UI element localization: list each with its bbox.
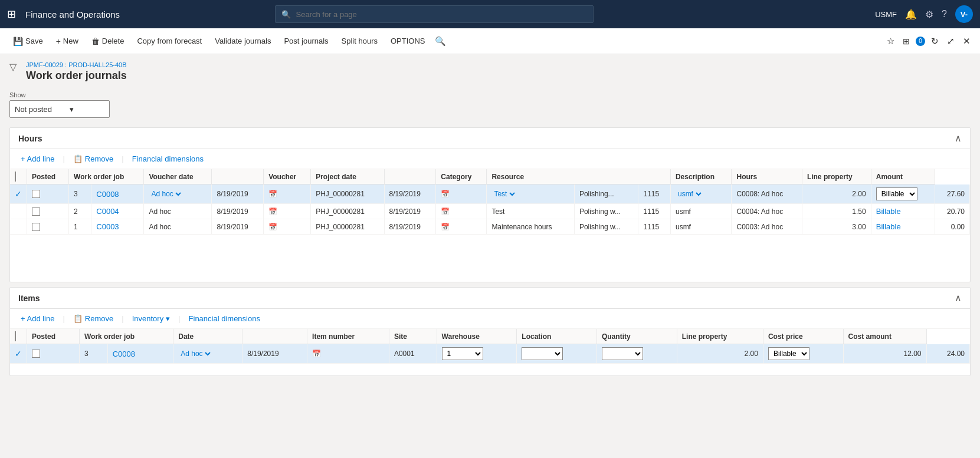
row-select-cell[interactable]: ✓	[10, 184, 27, 204]
notification-icon[interactable]: 🔔	[905, 9, 917, 20]
hours-financial-dimensions-button[interactable]: Financial dimensions	[129, 153, 207, 165]
resource-site-cell: usmf	[670, 204, 732, 219]
items-location-cell	[597, 344, 677, 364]
posted-checkbox[interactable]	[32, 223, 40, 231]
options-button[interactable]: OPTIONS	[385, 34, 431, 48]
job-type-select[interactable]: Ad hoc	[149, 189, 183, 199]
items-financial-dimensions-button[interactable]: Financial dimensions	[185, 312, 264, 325]
delete-button[interactable]: 🗑 Delete	[86, 34, 130, 49]
calendar-icon-cell[interactable]: 📅	[264, 204, 311, 219]
line-property-select[interactable]: Billable	[876, 187, 917, 200]
items-collapse-icon[interactable]: ∧	[955, 292, 962, 304]
remove-icon: 📋	[73, 154, 83, 163]
breadcrumb[interactable]: JPMF-00029 : PROD-HALL25-40B	[26, 61, 127, 68]
calendar-icon-cell[interactable]: 📅	[264, 184, 311, 204]
items-col-site: Site	[389, 329, 437, 344]
col-work-order-job: Work order job	[69, 169, 144, 184]
items-warehouse-select[interactable]	[522, 347, 563, 360]
check-all-items[interactable]	[15, 331, 16, 341]
search-input[interactable]	[296, 10, 587, 19]
posted-checkbox[interactable]	[32, 207, 40, 216]
row-select-cell[interactable]	[10, 219, 27, 235]
new-button[interactable]: + New	[50, 34, 84, 49]
resource-site-select[interactable]: usmf	[676, 189, 703, 199]
help-icon[interactable]: ?	[942, 9, 947, 19]
grid-icon[interactable]: ⊞	[7, 8, 16, 21]
items-cal-icon-cell[interactable]: 📅	[307, 344, 389, 364]
line-property-link[interactable]: Billable	[876, 207, 901, 216]
avatar[interactable]: V-	[955, 5, 973, 23]
items-posted-cell	[27, 344, 80, 364]
job-code-link[interactable]: C0003	[96, 222, 119, 231]
split-hours-button[interactable]: Split hours	[336, 34, 384, 48]
proj-cal-cell[interactable]: 📅	[436, 184, 487, 204]
items-job-type-select[interactable]: Ad hoc	[178, 349, 212, 358]
items-col-item-number: Item number	[307, 329, 389, 344]
job-code-link[interactable]: C0008	[96, 190, 119, 199]
check-icon: ✓	[15, 189, 22, 199]
copy-forecast-button[interactable]: Copy from forecast	[131, 34, 208, 48]
items-row-select-cell[interactable]: ✓	[10, 344, 27, 364]
items-empty-space	[10, 364, 970, 375]
items-add-line-button[interactable]: + Add line	[17, 312, 58, 325]
hours-remove-button[interactable]: 📋 Remove	[70, 153, 117, 165]
items-job-code-link[interactable]: C0008	[113, 350, 135, 358]
search-bar[interactable]: 🔍	[275, 5, 594, 23]
page-content: ▽ JPMF-00029 : PROD-HALL25-40B Work orde…	[0, 54, 980, 458]
posted-cell	[27, 184, 69, 204]
items-site-select[interactable]: 1	[442, 347, 483, 360]
app-title: Finance and Operations	[25, 9, 120, 19]
inventory-chevron-icon: ▾	[166, 314, 170, 323]
popout-icon[interactable]: ⤢	[945, 34, 957, 49]
proj-cal-cell[interactable]: 📅	[436, 219, 487, 235]
category-cell: Maintenance hours	[487, 219, 575, 235]
items-cost-amount-cell: 24.00	[926, 344, 969, 364]
description-cell: C0003: Ad hoc	[732, 219, 802, 235]
items-cost-price-cell: 12.00	[843, 344, 926, 364]
save-icon: 💾	[13, 37, 23, 46]
items-location-select[interactable]	[602, 347, 643, 360]
calendar-icon-cell[interactable]: 📅	[264, 219, 311, 235]
line-property-link[interactable]: Billable	[876, 222, 901, 231]
amount-cell: 0.00	[935, 219, 970, 235]
items-date-cell: 8/19/2019	[242, 344, 307, 364]
items-posted-checkbox[interactable]	[32, 350, 40, 358]
category-select[interactable]: Test	[491, 189, 517, 199]
hours-table-body: ✓ 3 C0008 Ad hoc 8/19/2019 📅 PHJ_0000028…	[10, 184, 970, 235]
resource-num-cell: 1115	[638, 204, 671, 219]
voucher-date-cell: 8/19/2019	[212, 204, 264, 219]
save-button[interactable]: 💾 Save	[7, 34, 49, 49]
row-select-cell[interactable]	[10, 204, 27, 219]
posted-checkbox[interactable]	[32, 190, 40, 198]
bookmark-icon[interactable]: ☆	[884, 34, 897, 49]
items-section-title: Items	[18, 294, 40, 303]
items-remove-button[interactable]: 📋 Remove	[70, 312, 117, 325]
validate-journals-button[interactable]: Validate journals	[209, 34, 277, 48]
top-navigation: ⊞ Finance and Operations 🔍 USMF 🔔 ⚙ ? V-	[0, 0, 980, 28]
hours-section-header: Hours ∧	[10, 128, 970, 149]
items-inventory-button[interactable]: Inventory ▾	[129, 312, 173, 325]
show-dropdown[interactable]: Not posted ▾	[9, 100, 110, 118]
resource-cell: Polishing...	[574, 184, 638, 204]
posted-cell	[27, 204, 69, 219]
col-project-date: Project date	[311, 169, 384, 184]
filter-icon[interactable]: ▽	[9, 61, 17, 73]
post-journals-button[interactable]: Post journals	[278, 34, 334, 48]
hours-header-row: Posted Work order job Voucher date Vouch…	[10, 169, 970, 184]
job-code-link[interactable]: C0004	[96, 207, 119, 216]
items-line-property-select[interactable]: Billable	[768, 347, 809, 360]
hours-section-title: Hours	[18, 134, 42, 143]
voucher-cell: PHJ_00000281	[311, 184, 384, 204]
check-all-hours[interactable]	[15, 172, 16, 182]
close-icon[interactable]: ✕	[961, 34, 973, 49]
proj-cal-cell[interactable]: 📅	[436, 204, 487, 219]
refresh-icon[interactable]: ↻	[929, 34, 941, 49]
resource-cell: Polishing w...	[574, 204, 638, 219]
action-search-icon[interactable]: 🔍	[435, 36, 446, 47]
items-table-body: ✓ 3 C0008 Ad hoc 8/19/2019 📅 A0001 1 2.0…	[10, 344, 970, 364]
hours-collapse-icon[interactable]: ∧	[955, 133, 962, 144]
settings-icon[interactable]: ⚙	[925, 9, 933, 20]
office-icon[interactable]: ⊞	[900, 34, 912, 48]
resource-num-cell: 1115	[638, 219, 671, 235]
hours-add-line-button[interactable]: + Add line	[17, 153, 58, 165]
